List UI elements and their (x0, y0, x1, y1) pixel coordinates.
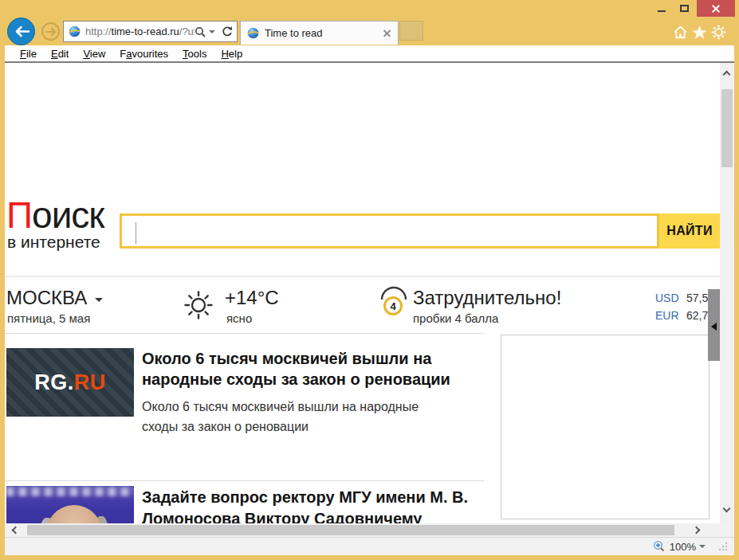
close-button[interactable] (697, 0, 735, 17)
news-summary: Около 6 тысяч москвичей вышли на народны… (142, 397, 451, 437)
forward-icon (45, 27, 57, 37)
search-input[interactable] (120, 213, 659, 249)
search-icon[interactable] (195, 26, 206, 37)
status-bar: 100% (5, 537, 734, 555)
zoom-magnifier-icon (653, 540, 666, 553)
new-tab-button[interactable] (399, 21, 423, 41)
rg-logo-white: RG. (34, 370, 74, 394)
tab-title: Time to read (265, 27, 383, 39)
menu-file[interactable]: File (13, 48, 44, 60)
traffic-detail-label: пробки 4 балла (413, 311, 498, 325)
sun-icon (182, 288, 215, 322)
rate-row-usd: USD57,57 (655, 292, 714, 304)
scroll-left-icon[interactable] (12, 527, 20, 535)
site-logo: Поиск (6, 197, 104, 233)
menu-help[interactable]: Help (214, 48, 250, 60)
rate-code: EUR (655, 309, 679, 322)
horizontal-scrollbar[interactable] (5, 523, 734, 537)
zoom-level[interactable]: 100% (670, 541, 696, 553)
city-selector[interactable]: МОСКВА (6, 287, 103, 309)
panel-collapse-handle[interactable] (708, 289, 720, 361)
globe-favicon (247, 27, 259, 39)
page-viewport: Поиск в интернете НАЙТИ МОСКВА пятница, … (5, 63, 720, 523)
currency-rates: USD57,57 EUR62,73 (655, 292, 714, 327)
city-label: МОСКВА (6, 287, 87, 309)
address-dropdown-icon[interactable] (209, 30, 215, 33)
side-panel (501, 335, 710, 519)
news-headline[interactable]: Около 6 тысяч москвичей вышли на народны… (142, 348, 477, 390)
menu-view[interactable]: View (76, 48, 112, 60)
chevron-down-icon (95, 298, 103, 302)
maximize-icon (680, 5, 689, 12)
rate-row-eur: EUR62,73 (655, 309, 714, 322)
temperature-label: +14°C (225, 287, 279, 309)
url-host: time-to-read.ru (112, 25, 179, 37)
logo-tagline: в интернете (7, 233, 100, 252)
browser-window: http://time-to-read.ru/?ut Time to read … (0, 0, 739, 560)
back-icon (13, 25, 30, 38)
news-headline[interactable]: Задайте вопрос ректору МГУ имени М. В. Л… (142, 487, 493, 523)
rate-code: USD (655, 292, 679, 304)
rg-ru-logo: RG.RU (34, 370, 106, 395)
scroll-down-icon[interactable] (723, 505, 731, 513)
vertical-scrollbar[interactable] (720, 63, 734, 523)
logo-rest: оиск (32, 194, 104, 236)
home-button[interactable] (672, 24, 688, 40)
traffic-level: 4 (390, 300, 396, 312)
maximize-button[interactable] (673, 0, 695, 17)
star-icon (692, 25, 707, 40)
section-divider (5, 333, 484, 334)
globe-favicon (69, 25, 81, 37)
home-icon (673, 25, 688, 40)
close-icon (711, 4, 721, 14)
news-thumbnail[interactable] (6, 486, 134, 523)
vertical-scrollbar-thumb[interactable] (721, 89, 733, 167)
section-divider (5, 276, 720, 277)
news-thumbnail[interactable]: RG.RU (6, 348, 134, 417)
horizontal-scrollbar-thumb[interactable] (27, 525, 674, 535)
thumbnail-backdrop (6, 488, 134, 496)
forward-button[interactable] (41, 22, 60, 41)
address-bar[interactable]: http://time-to-read.ru/?ut (63, 21, 238, 42)
menu-bar: File Edit View Favourites Tools Help (5, 45, 734, 61)
menu-tools[interactable]: Tools (175, 48, 214, 60)
url-text: http://time-to-read.ru/?ut (85, 25, 195, 37)
menu-edit[interactable]: Edit (44, 48, 76, 60)
minimize-button[interactable] (651, 0, 673, 17)
chevron-left-icon (711, 323, 717, 331)
minimize-icon (658, 10, 666, 12)
search-submit-button[interactable]: НАЙТИ (659, 213, 720, 249)
rg-logo-orange: RU (74, 370, 106, 394)
menu-favourites[interactable]: Favourites (112, 48, 175, 60)
news-divider (5, 480, 484, 481)
scroll-right-icon[interactable] (693, 527, 701, 535)
logo-initial: П (6, 194, 32, 236)
gear-icon (711, 25, 726, 40)
date-label: пятница, 5 мая (7, 311, 90, 325)
browser-tab[interactable]: Time to read (240, 21, 399, 45)
url-scheme: http:// (85, 25, 112, 37)
refresh-icon[interactable] (221, 25, 233, 37)
traffic-gauge-icon: 4 (378, 286, 410, 318)
tab-close-icon[interactable] (383, 29, 391, 37)
zoom-dropdown-icon[interactable] (699, 545, 706, 548)
text-cursor (136, 222, 136, 244)
url-path: /?ut (179, 25, 195, 37)
scroll-up-icon[interactable] (723, 71, 731, 79)
resize-grip-icon[interactable] (718, 542, 728, 551)
settings-button[interactable] (710, 24, 726, 40)
favorites-button[interactable] (691, 24, 707, 40)
weather-condition-label: ясно (226, 311, 252, 325)
back-button[interactable] (7, 18, 35, 45)
traffic-status-label: Затруднительно! (413, 287, 561, 309)
thumbnail-figure (45, 505, 104, 523)
